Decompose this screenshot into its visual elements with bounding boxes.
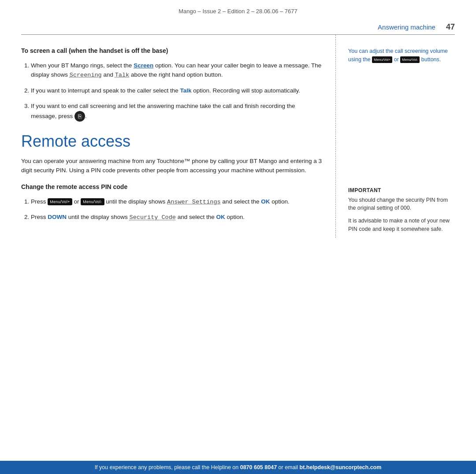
screen-option-link: Screen [134,62,153,69]
menu-vol-up-btn-1: Menu/Vol+ [48,198,72,205]
step2-before: If you want to interrupt and speak to th… [31,87,180,94]
main-layout: To screen a call (when the handset is of… [0,35,476,238]
screening-section: To screen a call (when the handset is of… [21,47,322,122]
pin1-final: option. [270,198,289,205]
step1-end: above the right hand option button. [129,71,223,78]
screening-heading: To screen a call (when the handset is of… [21,47,322,54]
step1-and: and [102,71,115,78]
pin-steps: Press Menu/Vol+ or Menu/Vol- until the d… [21,197,322,223]
step3-before: If you want to end call screening and le… [31,103,295,119]
pin1-end: and select the [221,198,261,205]
pin1-before: Press [31,198,48,205]
pin2-before: Press [31,214,48,220]
pin-step-2: Press DOWN until the display shows Secur… [31,213,322,222]
talk-display: Talk [115,72,129,78]
footer-email-label: email [285,464,298,470]
remote-access-section: Remote access You can operate your answe… [21,132,322,223]
pin-section-heading: Change the remote access PIN code [21,183,322,190]
footer-bar: If you experience any problems, please c… [0,461,476,474]
ok-link-1: OK [261,198,270,205]
footer-phone: 0870 605 8047 [240,464,277,470]
remote-access-heading: Remote access [21,132,322,151]
step3-after: . [85,112,87,119]
screening-steps: When your BT Mango rings, select the Scr… [21,61,322,122]
section-title: Answering machine [378,23,435,31]
pin2-end: and select the [176,214,216,220]
sidebar-note-mid: or [392,56,400,63]
end-call-icon: ⎘ [74,111,85,122]
remote-access-body: You can operate your answering machine f… [21,157,322,175]
header-title: Mango – Issue 2 – Edition 2 – 28.06.06 –… [178,8,298,15]
left-column: To screen a call (when the handset is of… [21,35,336,238]
step1-text-before: When your BT Mango rings, select the [31,62,134,69]
footer-text-mid: or [277,464,285,470]
step2-after: option. Recording will stop automaticall… [191,87,300,94]
menu-vol-down-btn-1: Menu/Vol- [81,198,104,205]
important-text-2: It is advisable to make a note of your n… [348,217,455,233]
screening-step-1: When your BT Mango rings, select the Scr… [31,61,322,80]
pin1-mid: or [72,198,81,205]
screening-step-2: If you want to interrupt and speak to th… [31,86,322,96]
footer-email: bt.helpdesk@suncorptech.com [300,464,382,470]
down-link: DOWN [48,214,67,220]
menu-vol-down-btn-sidebar: Menu/Vol- [400,56,420,63]
menu-vol-up-btn-sidebar: Menu/Vol+ [372,56,392,63]
pin1-after: until the display shows [104,198,167,205]
ok-link-2: OK [216,214,225,220]
pin2-after: until the display shows [67,214,130,220]
sidebar-note: You can adjust the call screening volume… [348,47,455,64]
screening-step-3: If you want to end call screening and le… [31,102,322,122]
page-header: Mango – Issue 2 – Edition 2 – 28.06.06 –… [0,0,476,18]
important-box: IMPORTANT You should change the security… [348,187,455,233]
sidebar-note-end: buttons. [420,56,441,63]
important-label: IMPORTANT [348,187,455,193]
screening-display: Screening [70,72,102,78]
pin-step-1: Press Menu/Vol+ or Menu/Vol- until the d… [31,197,322,207]
top-right-header: Answering machine 47 [0,18,476,32]
footer-text-before: If you experience any problems, please c… [95,464,240,470]
right-column: You can adjust the call screening volume… [336,35,455,238]
important-text-1: You should change the security PIN from … [348,196,455,213]
page-number: 47 [446,22,455,32]
security-code-display: Security Code [130,214,176,221]
talk-link: Talk [180,87,191,94]
answer-settings-display: Answer Settings [167,199,221,205]
pin2-final: option. [225,214,245,220]
